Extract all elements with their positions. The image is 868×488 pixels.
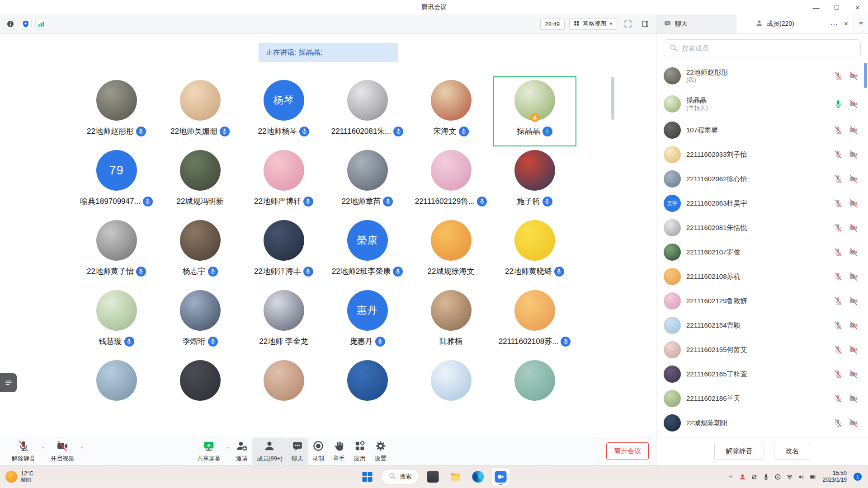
member-row[interactable]: 22111602129鲁致妍 xyxy=(656,289,868,313)
rename-button[interactable]: 改名 xyxy=(774,443,810,460)
member-row[interactable]: 22111602081朱恬悦 xyxy=(656,216,868,240)
member-row[interactable]: 22111602062徐心怡 xyxy=(656,167,868,191)
member-mic-muted-icon[interactable] xyxy=(834,126,843,135)
participant-tile[interactable]: 22地师章苗 xyxy=(326,146,409,216)
member-camera-muted-icon[interactable] xyxy=(849,418,858,427)
member-mic-muted-icon[interactable] xyxy=(834,418,843,427)
tray-sync-icon[interactable] xyxy=(750,473,758,481)
chevron-up-icon[interactable] xyxy=(40,445,46,450)
network-signal-icon[interactable] xyxy=(35,18,47,30)
unmute-button[interactable]: 解除静音 xyxy=(714,443,764,460)
participant-tile[interactable]: 22地师 李金龙 xyxy=(242,286,326,357)
member-row[interactable]: 22111602155何茵艾 xyxy=(656,338,868,362)
member-mic-muted-icon[interactable] xyxy=(834,71,843,80)
participant-tile-partial[interactable] xyxy=(158,357,242,427)
member-mic-muted-icon[interactable] xyxy=(834,321,843,330)
member-scrollbar[interactable] xyxy=(864,63,867,88)
member-mic-muted-icon[interactable] xyxy=(834,394,843,403)
chevron-up-icon[interactable] xyxy=(225,445,231,450)
participant-tile[interactable]: 22111602081朱... xyxy=(326,76,409,146)
taskbar-weather-widget[interactable]: 12°C 晴朗 xyxy=(0,470,33,483)
close-button[interactable]: × xyxy=(847,0,868,14)
participant-tile[interactable]: 杨志宇 xyxy=(158,216,242,286)
member-row[interactable]: 22111602108苏杭 xyxy=(656,264,868,289)
more-options-icon[interactable]: ⋯ xyxy=(830,20,838,28)
record-button[interactable]: 录制 xyxy=(308,438,329,465)
participant-tile[interactable]: 22地师赵彤彤 xyxy=(75,76,158,146)
participant-tile[interactable]: 22地师严博轩 xyxy=(242,146,326,216)
tray-cast-icon[interactable] xyxy=(774,473,782,481)
member-camera-muted-icon[interactable] xyxy=(849,272,858,281)
member-row[interactable]: 107程雨馨 xyxy=(656,118,868,142)
tray-mic-icon[interactable] xyxy=(762,473,770,481)
member-camera-muted-icon[interactable] xyxy=(849,174,858,183)
participant-tile-partial[interactable] xyxy=(75,357,158,427)
member-camera-muted-icon[interactable] xyxy=(849,248,858,257)
security-shield-icon[interactable] xyxy=(20,18,32,30)
participant-tile[interactable]: 施子腾 xyxy=(493,146,576,216)
participant-tile[interactable]: 79 喻典189709947... xyxy=(75,146,158,216)
member-camera-muted-icon[interactable] xyxy=(849,199,858,208)
participant-tile[interactable]: 22111602129鲁... xyxy=(409,146,493,216)
meeting-info-icon[interactable] xyxy=(5,18,16,30)
member-mic-muted-icon[interactable] xyxy=(834,199,843,208)
panel-menu-icon[interactable]: ≡ xyxy=(854,14,868,33)
member-row[interactable]: 22111602186兰天 xyxy=(656,386,868,411)
participant-tile[interactable]: 惠丹 庞惠丹 xyxy=(326,286,409,357)
participant-tile[interactable]: 22地师黄晓璐 xyxy=(493,216,576,286)
file-explorer-button[interactable] xyxy=(447,468,465,486)
participant-tile[interactable]: 钱慧璇 xyxy=(75,286,158,357)
grid-scrollbar[interactable] xyxy=(611,77,614,120)
member-camera-muted-icon[interactable] xyxy=(849,370,858,379)
tab-chat[interactable]: 聊天 xyxy=(656,14,736,33)
member-row[interactable]: 22地师赵彤彤 (我) xyxy=(656,62,868,90)
member-camera-muted-icon[interactable] xyxy=(849,394,858,403)
member-mic-active-icon[interactable] xyxy=(834,99,843,108)
apps-button[interactable]: 应用 xyxy=(349,438,370,465)
tab-members[interactable]: 成员(220) xyxy=(736,14,830,33)
fullscreen-button[interactable] xyxy=(622,18,634,30)
member-row[interactable]: 22111602154曹颖 xyxy=(656,313,868,338)
participant-tile[interactable]: 22地师汪海丰 xyxy=(242,216,326,286)
participant-tile[interactable]: 22地师黄子怡 xyxy=(75,216,158,286)
member-camera-muted-icon[interactable] xyxy=(849,321,858,330)
participant-tile[interactable]: 榮康 22地师2班李榮康 xyxy=(326,216,409,286)
view-mode-select[interactable]: 宫格视图 ▼ xyxy=(569,18,617,30)
invite-button[interactable]: 邀请 xyxy=(231,438,252,465)
member-row[interactable]: 昊宇 22111602063杜昊宇 xyxy=(656,191,868,216)
notification-badge[interactable]: 1 xyxy=(854,473,862,481)
tray-wifi-icon[interactable] xyxy=(786,473,793,481)
member-camera-muted-icon[interactable] xyxy=(849,223,858,232)
start-button[interactable] xyxy=(359,468,377,486)
member-mic-muted-icon[interactable] xyxy=(834,223,843,232)
tray-battery-icon[interactable] xyxy=(809,473,817,481)
participant-tile[interactable]: 季熠珩 xyxy=(158,286,242,357)
member-row[interactable]: 22城规陈朝阳 xyxy=(656,411,868,435)
member-mic-muted-icon[interactable] xyxy=(834,370,843,379)
chevron-up-icon[interactable] xyxy=(79,445,85,450)
minimize-button[interactable]: — xyxy=(806,0,826,14)
member-row[interactable]: 操晶晶 (主持人) xyxy=(656,90,868,118)
participant-tile[interactable]: 22城规徐海文 xyxy=(409,216,493,286)
meeting-app-button[interactable] xyxy=(492,468,510,486)
member-row[interactable]: 22111602165丁梓萱 xyxy=(656,362,868,386)
member-camera-muted-icon[interactable] xyxy=(849,99,858,108)
participant-tile-partial[interactable] xyxy=(409,357,493,427)
taskbar-clock[interactable]: 15:50 2023/1/19 xyxy=(823,470,847,484)
member-mic-muted-icon[interactable] xyxy=(834,296,843,305)
tray-chevron-up-icon[interactable] xyxy=(727,473,735,481)
participant-tile-partial[interactable] xyxy=(242,357,326,427)
participant-tile-partial[interactable] xyxy=(326,357,409,427)
mic-muted-button[interactable]: 解除静音 xyxy=(7,438,40,465)
member-mic-muted-icon[interactable] xyxy=(834,248,843,257)
camera-muted-button[interactable]: 开启视频 xyxy=(46,438,79,465)
taskbar-search[interactable]: 搜索 xyxy=(381,469,420,484)
member-camera-muted-icon[interactable] xyxy=(849,296,858,305)
chat-button[interactable]: 聊天 xyxy=(287,438,308,465)
raise-hand-button[interactable]: 举手 xyxy=(329,438,349,465)
toggle-sidebar-button[interactable] xyxy=(639,18,651,30)
maximize-button[interactable] xyxy=(826,0,847,14)
participant-tile[interactable]: 杨琴 22地师杨琴 xyxy=(242,76,326,146)
member-row[interactable]: 22111602107罗俊 xyxy=(656,240,868,264)
participant-tile[interactable]: 22地师吴姗珊 xyxy=(158,76,242,146)
